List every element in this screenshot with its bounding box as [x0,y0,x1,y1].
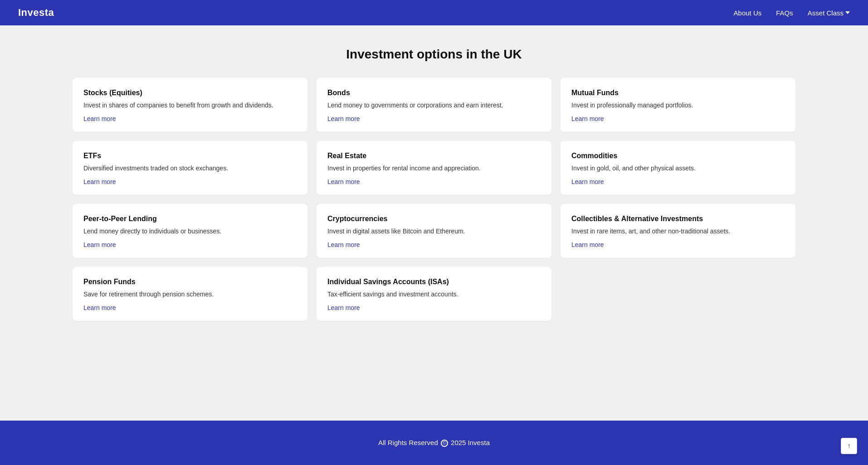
card-empty-0 [561,267,795,321]
card-bonds: Bonds Lend money to governments or corpo… [317,78,551,132]
card-link-cryptocurrencies[interactable]: Learn more [327,241,360,248]
asset-class-dropdown[interactable]: Asset Class [808,9,850,17]
card-description-bonds: Lend money to governments or corporation… [327,101,541,110]
card-link-collectibles[interactable]: Learn more [571,241,604,248]
card-commodities: Commodities Invest in gold, oil, and oth… [561,141,795,195]
card-title-etfs: ETFs [83,152,297,160]
card-title-p2p-lending: Peer-to-Peer Lending [83,215,297,223]
footer: All Rights Reserved © 2025 Investa [0,421,868,465]
card-link-isas[interactable]: Learn more [327,304,360,311]
card-cryptocurrencies: Cryptocurrencies Invest in digital asset… [317,204,551,258]
footer-prefix: All Rights Reserved [378,439,438,446]
card-description-stocks: Invest in shares of companies to benefit… [83,101,297,110]
card-title-isas: Individual Savings Accounts (ISAs) [327,278,541,286]
card-link-p2p-lending[interactable]: Learn more [83,241,116,248]
arrow-up-icon: ↑ [847,442,851,450]
card-etfs: ETFs Diversified investments traded on s… [73,141,307,195]
card-p2p-lending: Peer-to-Peer Lending Lend money directly… [73,204,307,258]
chevron-down-icon [845,11,850,14]
card-link-stocks[interactable]: Learn more [83,115,116,122]
card-stocks: Stocks (Equities) Invest in shares of co… [73,78,307,132]
navbar-links: About Us FAQs Asset Class [734,9,850,17]
brand-logo[interactable]: Investa [18,7,54,19]
navbar: Investa About Us FAQs Asset Class [0,0,868,25]
cards-grid: Stocks (Equities) Invest in shares of co… [73,78,795,321]
card-title-real-estate: Real Estate [327,152,541,160]
card-mutual-funds: Mutual Funds Invest in professionally ma… [561,78,795,132]
footer-text: All Rights Reserved © 2025 Investa [0,439,868,447]
asset-class-label: Asset Class [808,9,844,17]
card-description-mutual-funds: Invest in professionally managed portfol… [571,101,785,110]
card-title-collectibles: Collectibles & Alternative Investments [571,215,785,223]
card-title-pension-funds: Pension Funds [83,278,297,286]
faqs-link[interactable]: FAQs [776,9,793,17]
page-title: Investment options in the UK [73,47,795,62]
footer-suffix: 2025 Investa [451,439,490,446]
card-pension-funds: Pension Funds Save for retirement throug… [73,267,307,321]
card-link-mutual-funds[interactable]: Learn more [571,115,604,122]
card-collectibles: Collectibles & Alternative Investments I… [561,204,795,258]
card-description-collectibles: Invest in rare items, art, and other non… [571,227,785,236]
card-real-estate: Real Estate Invest in properties for ren… [317,141,551,195]
card-title-cryptocurrencies: Cryptocurrencies [327,215,541,223]
card-description-commodities: Invest in gold, oil, and other physical … [571,164,785,173]
card-link-commodities[interactable]: Learn more [571,178,604,185]
card-title-stocks: Stocks (Equities) [83,89,297,97]
card-title-commodities: Commodities [571,152,785,160]
card-description-real-estate: Invest in properties for rental income a… [327,164,541,173]
card-description-p2p-lending: Lend money directly to individuals or bu… [83,227,297,236]
card-link-pension-funds[interactable]: Learn more [83,304,116,311]
card-description-pension-funds: Save for retirement through pension sche… [83,290,297,299]
card-title-mutual-funds: Mutual Funds [571,89,785,97]
card-description-etfs: Diversified investments traded on stock … [83,164,297,173]
card-title-bonds: Bonds [327,89,541,97]
card-link-real-estate[interactable]: Learn more [327,178,360,185]
card-isas: Individual Savings Accounts (ISAs) Tax-e… [317,267,551,321]
scroll-to-top-button[interactable]: ↑ [841,438,857,454]
card-description-isas: Tax-efficient savings and investment acc… [327,290,541,299]
card-link-etfs[interactable]: Learn more [83,178,116,185]
main-content: Investment options in the UK Stocks (Equ… [0,25,868,421]
card-description-cryptocurrencies: Invest in digital assets like Bitcoin an… [327,227,541,236]
about-us-link[interactable]: About Us [734,9,762,17]
copyright-icon: © [441,440,448,447]
card-link-bonds[interactable]: Learn more [327,115,360,122]
